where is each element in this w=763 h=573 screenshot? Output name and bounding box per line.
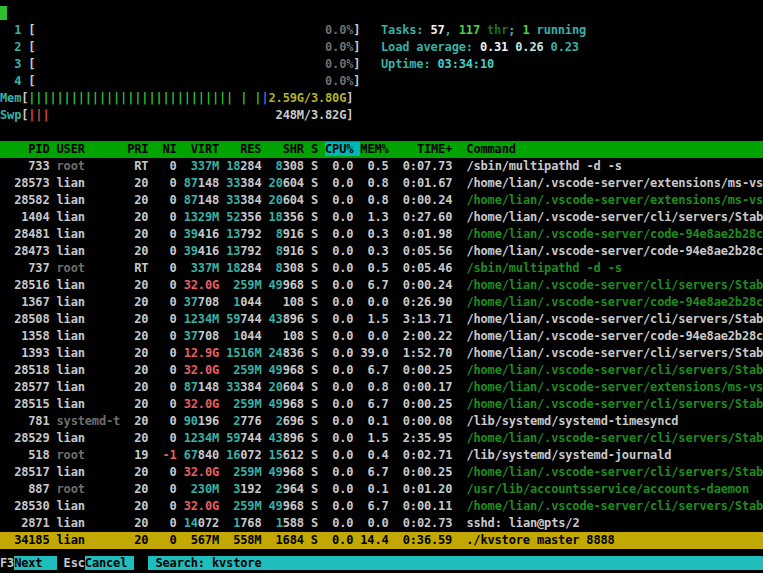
stats-cells: S 0.0 0.4 0:02.71 <box>304 448 467 462</box>
process-row[interactable]: 1404 lian 20 0 1329M 52356 18356 S 0.0 1… <box>0 209 763 226</box>
process-row[interactable]: 28577 lian 20 0 87148 33384 20604 S 0.0 … <box>0 379 763 396</box>
pri-cell: 20 <box>127 397 155 411</box>
shr-cell: 2 <box>269 482 283 496</box>
process-row[interactable]: 28473 lian 20 0 39416 13792 8916 S 0.0 0… <box>0 243 763 260</box>
command-cell: /home/lian/.vscode-server/cli/servers/St… <box>466 499 763 513</box>
column-header-command[interactable]: Command <box>466 142 515 156</box>
res-cell: 044 <box>240 329 261 343</box>
process-row[interactable]: 518 root 19 -1 67840 16072 15612 S 0.0 0… <box>0 447 763 464</box>
cpu-meter-value: 0.0% <box>325 57 353 71</box>
pri-cell: 20 <box>127 414 155 428</box>
column-header-user[interactable]: USER <box>57 142 128 156</box>
tasks-label: Tasks: <box>381 23 423 37</box>
pid-cell: 28577 <box>0 380 57 394</box>
column-header-s[interactable]: S <box>311 142 325 156</box>
pri-cell: 20 <box>127 227 155 241</box>
column-header-pri[interactable]: PRI <box>127 142 155 156</box>
process-row[interactable]: 28516 lian 20 0 32.0G 259M 49968 S 0.0 6… <box>0 277 763 294</box>
process-row[interactable]: 2871 lian 20 0 14072 1768 1588 S 0.0 0.0… <box>0 515 763 532</box>
shr-cell: 968 <box>283 278 304 292</box>
command-cell: /home/lian/.vscode-server/cli/servers/St… <box>466 346 763 360</box>
meter-bracket: ] <box>353 23 360 37</box>
process-row[interactable]: 28582 lian 20 0 87148 33384 20604 S 0.0 … <box>0 192 763 209</box>
esc-key[interactable]: Esc <box>64 556 85 570</box>
command-cell: /home/lian/.vscode-server/cli/servers/St… <box>466 431 763 445</box>
process-row[interactable]: 1358 lian 20 0 37708 1044 108 S 0.0 0.0 … <box>0 328 763 345</box>
pid-cell: 518 <box>0 448 57 462</box>
pri-cell: 20 <box>127 465 155 479</box>
process-table: 733 root RT 0 337M 18284 8308 S 0.0 0.5 … <box>0 158 763 549</box>
shr-cell: 968 <box>283 499 304 513</box>
cpu-meter-value: 0.0% <box>325 40 353 54</box>
process-row[interactable]: 28517 lian 20 0 32.0G 259M 49968 S 0.0 6… <box>0 464 763 481</box>
shr-cell: 896 <box>283 431 304 445</box>
pid-cell: 28473 <box>0 244 57 258</box>
res-cell: 33 <box>226 193 240 207</box>
res-cell: 33 <box>226 380 240 394</box>
process-row[interactable]: 28481 lian 20 0 39416 13792 8916 S 0.0 0… <box>0 226 763 243</box>
column-header-shr[interactable]: SHR <box>269 142 311 156</box>
column-header-ni[interactable]: NI <box>155 142 183 156</box>
res-cell: 384 <box>240 380 261 394</box>
column-header-cpu[interactable]: CPU% <box>325 142 360 156</box>
shr-cell: 8 <box>269 244 283 258</box>
res-cell: 072 <box>240 448 261 462</box>
command-cell: /home/lian/.vscode-server/code-94e8ae2b2… <box>466 329 763 343</box>
stats-cells: S 0.0 39.0 1:52.70 <box>304 346 467 360</box>
virt-cell: 32.0G <box>184 363 219 377</box>
process-row-selected[interactable]: 34185 lian 20 0 567M 558M 1684 S 0.0 14.… <box>0 532 763 549</box>
command-cell: /home/lian/.vscode-server/extensions/ms-… <box>466 193 763 207</box>
cpu-meter-value: 0.0% <box>325 74 353 88</box>
column-header-mem[interactable]: MEM% <box>360 142 395 156</box>
process-row[interactable]: 887 root 20 0 230M 3192 2964 S 0.0 0.1 0… <box>0 481 763 498</box>
virt-cell: 39 <box>184 244 198 258</box>
column-header-pid[interactable]: PID <box>0 142 57 156</box>
user-cell: lian <box>57 193 128 207</box>
process-row[interactable]: 28573 lian 20 0 87148 33384 20604 S 0.0 … <box>0 175 763 192</box>
esc-cancel-button[interactable]: Cancel <box>85 556 134 570</box>
process-row[interactable]: 737 root RT 0 337M 18284 8308 S 0.0 0.5 … <box>0 260 763 277</box>
res-cell: 13 <box>226 244 240 258</box>
shr-cell: 964 <box>283 482 304 496</box>
command-cell: /home/lian/.vscode-server/cli/servers/St… <box>466 312 763 326</box>
virt-cell: 148 <box>198 380 219 394</box>
user-cell: lian <box>57 329 128 343</box>
res-cell: 16 <box>226 448 240 462</box>
pri-cell: 20 <box>127 380 155 394</box>
memory-bar-blue: | <box>261 91 268 105</box>
virt-cell: 12.9G <box>184 346 219 360</box>
process-row[interactable]: 1393 lian 20 0 12.9G 1516M 24836 S 0.0 3… <box>0 345 763 362</box>
process-row[interactable]: 28518 lian 20 0 32.0G 259M 49968 S 0.0 6… <box>0 362 763 379</box>
virt-cell: 39 <box>184 227 198 241</box>
shr-cell: 1 <box>269 516 283 530</box>
ni-cell: 0 <box>155 227 183 241</box>
f3-next-button[interactable]: Next <box>14 556 56 570</box>
column-header-virt[interactable]: VIRT <box>184 142 226 156</box>
process-row[interactable]: 28515 lian 20 0 32.0G 259M 49968 S 0.0 6… <box>0 396 763 413</box>
process-row[interactable]: 28529 lian 20 0 1234M 59744 43896 S 0.0 … <box>0 430 763 447</box>
process-row[interactable]: 781 systemd-t 20 0 90196 2776 2696 S 0.0… <box>0 413 763 430</box>
user-cell: lian <box>57 397 128 411</box>
virt-cell: 337M <box>184 261 219 275</box>
process-row[interactable]: 28530 lian 20 0 32.0G 259M 49968 S 0.0 6… <box>0 498 763 515</box>
blank-line <box>0 124 763 141</box>
process-row[interactable]: 28508 lian 20 0 1234M 59744 43896 S 0.0 … <box>0 311 763 328</box>
meter-bracket: ] <box>353 74 360 88</box>
shr-cell: 604 <box>283 380 304 394</box>
search-bar[interactable]: Search: kvstore <box>148 556 763 570</box>
command-cell: /home/lian/.vscode-server/extensions/ms-… <box>466 380 763 394</box>
pid-cell: 887 <box>0 482 57 496</box>
f3-key[interactable]: F3 <box>0 556 14 570</box>
column-header-time[interactable]: TIME+ <box>396 142 467 156</box>
stats-cells: S 0.0 6.7 0:00.25 <box>304 397 467 411</box>
shr-cell: 2 <box>269 414 283 428</box>
stats-cells: S 0.0 1.3 0:27.60 <box>304 210 467 224</box>
process-row[interactable]: 733 root RT 0 337M 18284 8308 S 0.0 0.5 … <box>0 158 763 175</box>
process-row[interactable]: 1367 lian 20 0 37708 1044 108 S 0.0 0.0 … <box>0 294 763 311</box>
htop-terminal: 1 [ 0.0%] 2 [ 0.0%] 3 [ 0.0%] 4 [ 0.0 <box>0 0 763 549</box>
pid-cell: 28517 <box>0 465 57 479</box>
res-cell: 776 <box>240 414 261 428</box>
ni-cell: 0 <box>155 516 183 530</box>
user-cell: lian <box>57 176 128 190</box>
column-header-res[interactable]: RES <box>226 142 268 156</box>
